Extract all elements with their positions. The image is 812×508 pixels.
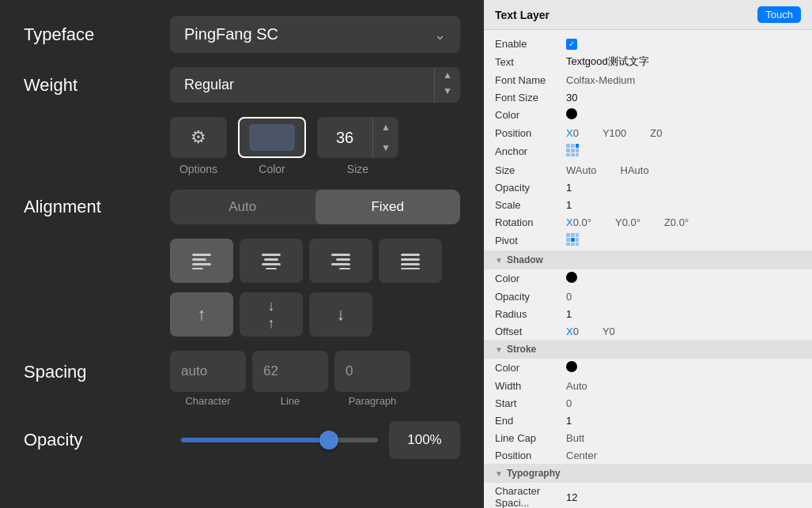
text-align-center-button[interactable] (240, 239, 303, 283)
weight-value: Regular (170, 67, 434, 103)
alignment-auto-button[interactable]: Auto (170, 190, 315, 224)
font-name-label: Font Name (495, 74, 566, 86)
spacing-label: Spacing (24, 351, 170, 382)
position-y: Y100 (602, 127, 626, 139)
font-name-row: Font Name Colfax-Medium (484, 71, 812, 88)
typography-section-header[interactable]: ▼ Typography (484, 464, 812, 483)
weight-wrapper: Regular ▲ ▼ (170, 67, 460, 103)
stroke-linecap-label: Line Cap (495, 432, 566, 444)
size-increment[interactable]: ▲ (373, 117, 398, 137)
typeface-dropdown[interactable]: PingFang SC ⌄ (170, 16, 460, 53)
shadow-radius-label: Radius (495, 308, 566, 320)
alignment-label: Alignment (24, 197, 170, 217)
color-label: Color (259, 163, 285, 175)
shadow-color-value (566, 272, 801, 285)
shadow-radius-value: 1 (566, 308, 801, 320)
paragraph-spacing-input[interactable] (334, 351, 410, 392)
size-w: WAuto (566, 164, 597, 176)
text-align-left-button[interactable] (170, 239, 233, 283)
vertical-align-row: ↑ ↓↑ ↓ (170, 292, 460, 337)
spacing-inputs: Character Line Paragraph (170, 351, 460, 407)
svg-rect-32 (571, 243, 575, 246)
size-control: 36 ▲ ▼ (317, 117, 398, 158)
weight-increment[interactable]: ▲ (435, 67, 460, 83)
options-button[interactable]: ⚙ (170, 117, 227, 158)
svg-rect-20 (571, 149, 575, 152)
rotation-z: Z0.0° (664, 216, 689, 228)
rotation-label: Rotation (495, 216, 566, 228)
position-z: Z0 (650, 127, 662, 139)
color-button[interactable] (238, 117, 306, 158)
stroke-section-header[interactable]: ▼ Stroke (484, 340, 812, 359)
svg-rect-27 (576, 233, 579, 237)
svg-rect-21 (576, 149, 579, 152)
opacity-prop-row: Opacity 1 (484, 179, 812, 196)
opacity-value-input[interactable] (389, 421, 460, 459)
stroke-position-value: Center (566, 450, 801, 461)
position-row: Position X0 Y100 Z0 (484, 124, 812, 141)
size-prop-row: Size WAuto HAuto (484, 161, 812, 179)
typography-section-label: Typography (507, 468, 561, 479)
character-spacing-label: Character (185, 395, 230, 407)
right-panel-title: Text Layer (495, 9, 550, 21)
svg-rect-16 (566, 144, 570, 148)
enable-checkbox[interactable]: ✓ (566, 39, 577, 50)
touch-button[interactable]: Touch (757, 6, 801, 23)
weight-stepper: ▲ ▼ (434, 67, 460, 103)
char-spacing-label: Character Spaci... (495, 485, 566, 508)
shadow-opacity-row: Opacity 0 (484, 288, 812, 305)
font-size-row: Font Size 30 (484, 88, 812, 106)
weight-label: Weight (24, 75, 170, 96)
alignment-row: Alignment Auto Fixed (24, 190, 460, 224)
shadow-opacity-label: Opacity (495, 291, 566, 303)
size-item: 36 ▲ ▼ Size (317, 117, 398, 175)
shadow-opacity-value: 0 (566, 291, 801, 303)
rotation-y: Y0.0° (615, 216, 640, 228)
svg-rect-8 (331, 254, 350, 256)
stroke-width-value: Auto (566, 380, 801, 392)
vertical-align-top-button[interactable]: ↑ (170, 292, 233, 337)
size-decrement[interactable]: ▼ (373, 137, 398, 158)
pivot-row: Pivot (484, 231, 812, 250)
stroke-color-dot-icon (566, 361, 577, 372)
shadow-offset-values: X0 Y0 (566, 325, 615, 337)
text-prop-row: Text Textgood测试文字 (484, 52, 812, 71)
pivot-value (566, 233, 801, 248)
vertical-align-middle-button[interactable]: ↓↑ (240, 292, 303, 337)
text-align-justify-button[interactable] (379, 239, 442, 283)
enable-row: Enable ✓ (484, 35, 812, 52)
anchor-row: Anchor (484, 141, 812, 161)
stroke-arrow-icon: ▼ (495, 345, 503, 354)
shadow-section-header[interactable]: ▼ Shadow (484, 250, 812, 269)
font-size-label: Font Size (495, 92, 566, 103)
character-spacing-input[interactable] (170, 351, 246, 392)
shadow-radius-row: Radius 1 (484, 305, 812, 322)
pivot-label: Pivot (495, 235, 566, 246)
svg-rect-6 (262, 263, 281, 265)
size-value-button[interactable]: 36 (317, 117, 372, 158)
color-dot-icon (566, 108, 577, 119)
text-align-right-button[interactable] (309, 239, 372, 283)
svg-rect-12 (401, 254, 420, 256)
align-left-icon (191, 252, 213, 269)
color-item: Color (238, 117, 306, 175)
chevron-down-icon: ⌄ (434, 26, 446, 43)
alignment-fixed-button[interactable]: Fixed (315, 190, 461, 224)
character-spacing-item: Character (170, 351, 246, 407)
anchor-label: Anchor (495, 145, 566, 157)
paragraph-spacing-label: Paragraph (349, 395, 397, 407)
svg-rect-22 (566, 153, 570, 156)
shadow-color-label: Color (495, 273, 566, 284)
svg-rect-17 (571, 144, 575, 148)
opacity-thumb[interactable] (319, 431, 338, 450)
size-value: 36 (336, 129, 353, 147)
line-spacing-input[interactable] (252, 351, 328, 392)
enable-label: Enable (495, 38, 566, 50)
line-spacing-label: Line (281, 395, 300, 407)
options-label: Options (179, 163, 217, 175)
vertical-align-bottom-button[interactable]: ↓ (309, 292, 372, 337)
stroke-start-label: Start (495, 397, 566, 409)
weight-decrement[interactable]: ▼ (435, 83, 460, 99)
position-x: X0 (566, 127, 579, 139)
shadow-section-label: Shadow (507, 254, 543, 265)
